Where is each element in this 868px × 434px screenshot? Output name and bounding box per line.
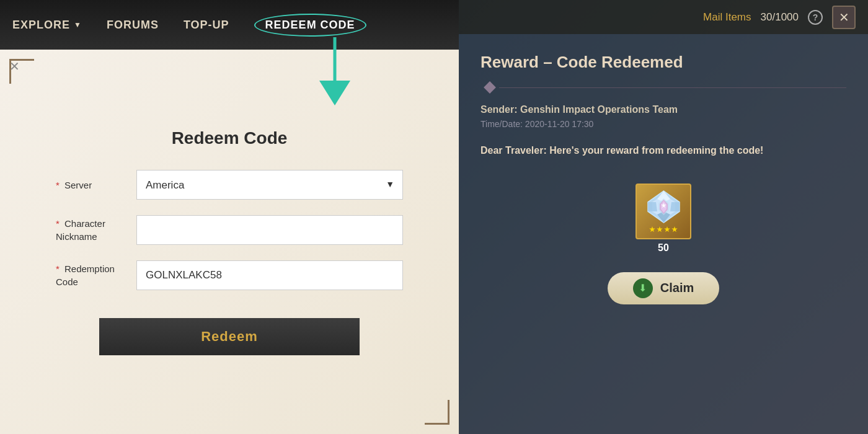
claim-button[interactable]: ⬇ Claim — [608, 272, 719, 304]
date-info: Time/Date: 2020-11-20 17:30 — [480, 119, 846, 129]
svg-marker-7 — [670, 202, 680, 211]
divider-line — [499, 87, 846, 88]
explore-nav-item[interactable]: EXPLORE ▼ — [12, 19, 82, 32]
nickname-form-group: * CharacterNickname — [56, 215, 403, 245]
redeem-code-label: REDEEM CODE — [265, 19, 355, 32]
server-label: * Server — [56, 179, 136, 192]
topup-nav-item[interactable]: TOP-UP — [184, 19, 229, 32]
reward-star-4 — [671, 226, 678, 232]
close-mail-button[interactable]: ✕ — [832, 6, 856, 29]
nickname-required-star: * — [56, 218, 60, 229]
claim-button-label: Claim — [660, 281, 694, 295]
mail-content-area: Reward – Code Redeemed Sender: Genshin I… — [459, 34, 868, 434]
server-required-star: * — [56, 180, 60, 190]
forums-label: FORUMS — [107, 19, 159, 32]
nickname-input[interactable] — [136, 215, 403, 245]
form-title: Redeem Code — [172, 128, 288, 148]
code-label: * RedemptionCode — [56, 262, 136, 288]
forums-nav-item[interactable]: FORUMS — [107, 19, 159, 32]
server-select-wrapper: America Europe Asia TW, HK, MO — [136, 170, 403, 200]
reward-message: Dear Traveler: Here's your reward from r… — [480, 143, 846, 159]
mail-reward-panel: Mail Items 30/1000 ? ✕ Reward – Code Red… — [459, 0, 868, 434]
close-form-icon[interactable]: ✕ — [9, 59, 20, 74]
reward-title: Reward – Code Redeemed — [480, 53, 846, 72]
navbar: EXPLORE ▼ FORUMS TOP-UP REDEEM CODE — [0, 0, 459, 50]
sender-value: Genshin Impact Operations Team — [520, 104, 678, 115]
reward-star-1 — [649, 226, 655, 232]
svg-marker-1 — [319, 81, 350, 105]
divider-gem-icon — [484, 81, 496, 94]
reward-star-3 — [664, 226, 670, 232]
redeem-button[interactable]: Redeem — [99, 318, 360, 355]
date-label: Time/Date: — [480, 119, 523, 129]
redeem-form-panel: ✕ Redeem Code * Server America Europe As… — [0, 50, 459, 434]
date-value: 2020-11-20 17:30 — [525, 119, 594, 129]
server-select[interactable]: America Europe Asia TW, HK, MO — [136, 170, 403, 200]
svg-marker-6 — [648, 202, 657, 211]
redeem-button-label: Redeem — [201, 329, 258, 345]
primogem-icon — [647, 190, 681, 224]
divider — [480, 83, 846, 92]
sender-info: Sender: Genshin Impact Operations Team — [480, 104, 846, 115]
corner-decoration-br — [425, 400, 450, 425]
claim-button-container: ⬇ Claim — [480, 272, 846, 304]
close-mail-icon: ✕ — [839, 10, 849, 25]
mail-header-bar: Mail Items 30/1000 ? ✕ — [459, 0, 868, 34]
reward-item-container: 50 — [480, 184, 846, 254]
explore-dropdown-arrow: ▼ — [74, 20, 82, 29]
reward-count: 50 — [658, 242, 669, 254]
explore-label: EXPLORE — [12, 19, 70, 32]
server-form-group: * Server America Europe Asia TW, HK, MO — [56, 170, 403, 200]
help-button[interactable]: ? — [808, 10, 823, 25]
mail-count: 30/1000 — [761, 11, 799, 24]
claim-download-icon: ⬇ — [633, 278, 653, 298]
code-form-group: * RedemptionCode — [56, 260, 403, 290]
redemption-code-input[interactable] — [136, 260, 403, 290]
topup-label: TOP-UP — [184, 19, 229, 32]
reward-item-box — [636, 184, 691, 239]
mail-items-label: Mail Items — [703, 11, 751, 24]
reward-stars — [649, 226, 678, 232]
annotation-arrow — [298, 31, 372, 114]
reward-star-2 — [657, 226, 663, 232]
sender-label: Sender: — [480, 104, 518, 115]
help-icon: ? — [813, 12, 818, 22]
code-required-star: * — [56, 264, 60, 274]
nickname-label: * CharacterNickname — [56, 217, 136, 243]
